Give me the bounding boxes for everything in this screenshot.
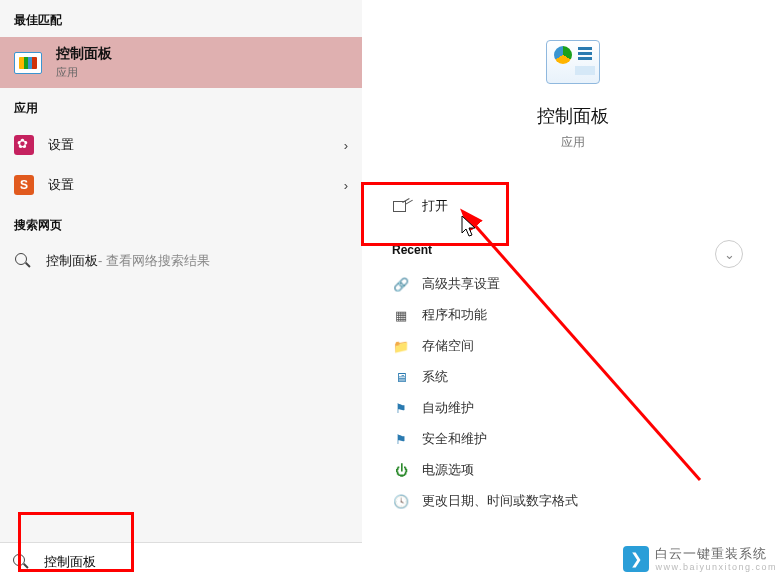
recent-item[interactable]: ⚑自动维护 [392,393,753,424]
chevron-right-icon: › [344,138,348,153]
web-main: 控制面板 [46,252,98,270]
sogou-icon: S [14,175,34,195]
app-item-settings-1[interactable]: 设置 › [0,125,362,165]
detail-panel: 控制面板 应用 打开 ⌄ Recent 🔗高级共享设置▦程序和功能📁存储空间🖥系… [362,0,783,580]
gear-icon [14,135,34,155]
watermark-brand: 白云一键重装系统 [655,545,777,563]
recent-item-label: 更改日期、时间或数字格式 [422,493,578,510]
recent-item[interactable]: 🔗高级共享设置 [392,269,753,300]
apps-header: 应用 [0,88,362,125]
recent-item-label: 电源选项 [422,462,474,479]
recent-item-icon: ▦ [392,308,410,324]
hero-subtitle: 应用 [362,134,783,151]
chevron-right-icon: › [344,178,348,193]
recent-item[interactable]: 🖥系统 [392,362,753,393]
control-panel-hero-icon [546,40,600,84]
best-match-header: 最佳匹配 [0,0,362,37]
app-label: 设置 [48,136,74,154]
recent-item-label: 存储空间 [422,338,474,355]
search-results-panel: 最佳匹配 控制面板 应用 应用 设置 › S 设置 › 搜索网页 控制面板 - … [0,0,362,580]
hero-title: 控制面板 [362,104,783,128]
recent-item[interactable]: 📁存储空间 [392,331,753,362]
recent-item-icon: 🕓 [392,494,410,510]
recent-item-label: 自动维护 [422,400,474,417]
app-label: 设置 [48,176,74,194]
recent-item-label: 程序和功能 [422,307,487,324]
recent-item-icon: ⚑ [392,401,410,417]
recent-item-icon: ⚑ [392,432,410,448]
watermark: ❯ 白云一键重装系统 www.baiyunxitong.com [623,545,777,572]
search-icon [12,553,30,571]
open-action[interactable]: 打开 [362,185,783,227]
recent-item-icon: ⏻ [392,463,410,479]
web-search-item[interactable]: 控制面板 - 查看网络搜索结果 [0,242,362,280]
search-icon [14,252,32,270]
recent-item-icon: 📁 [392,339,410,355]
expand-button[interactable]: ⌄ [715,240,743,268]
recent-item-icon: 🔗 [392,277,410,293]
search-bar[interactable] [0,542,362,580]
app-item-settings-2[interactable]: S 设置 › [0,165,362,205]
best-match-item[interactable]: 控制面板 应用 [0,37,362,88]
watermark-logo-icon: ❯ [623,546,649,572]
recent-item-label: 系统 [422,369,448,386]
web-suffix: - 查看网络搜索结果 [98,252,210,270]
search-input[interactable] [44,554,350,569]
best-match-subtitle: 应用 [56,65,112,80]
recent-item-icon: 🖥 [392,370,410,386]
recent-item[interactable]: ⏻电源选项 [392,455,753,486]
recent-item-label: 高级共享设置 [422,276,500,293]
recent-item-label: 安全和维护 [422,431,487,448]
recent-header: Recent [392,243,753,257]
recent-item[interactable]: 🕓更改日期、时间或数字格式 [392,486,753,517]
open-label: 打开 [422,197,448,215]
hero: 控制面板 应用 [362,0,783,151]
control-panel-icon [14,52,42,74]
best-match-title: 控制面板 [56,45,112,63]
recent-item[interactable]: ⚑安全和维护 [392,424,753,455]
watermark-url: www.baiyunxitong.com [655,562,777,572]
open-icon [392,198,408,214]
recent-item[interactable]: ▦程序和功能 [392,300,753,331]
recent-section: Recent 🔗高级共享设置▦程序和功能📁存储空间🖥系统⚑自动维护⚑安全和维护⏻… [362,227,783,517]
web-header: 搜索网页 [0,205,362,242]
